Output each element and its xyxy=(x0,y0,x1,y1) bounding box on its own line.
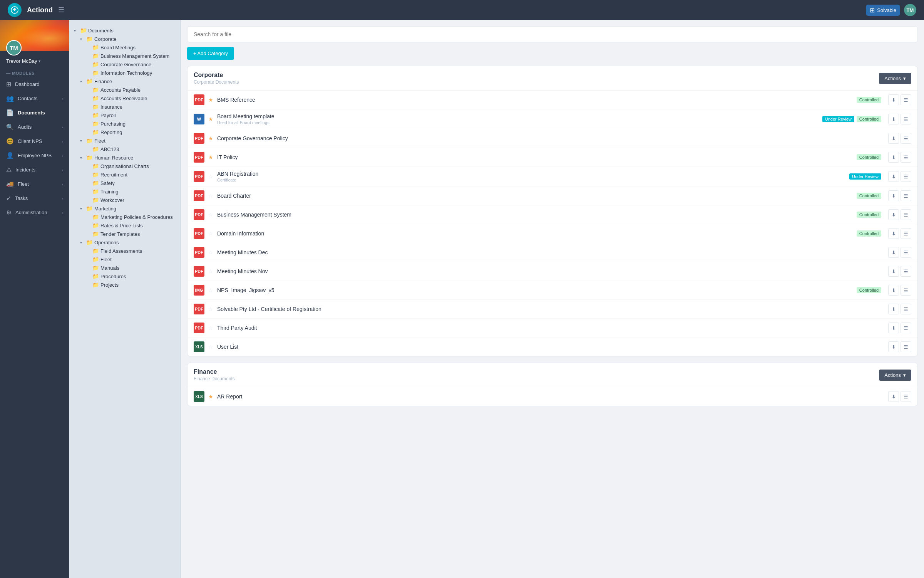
corporate-actions-button[interactable]: Actions ▾ xyxy=(879,73,911,84)
star-icon[interactable]: ★ xyxy=(208,116,213,122)
tree-node-payroll[interactable]: 📁 Payroll xyxy=(74,111,176,119)
download-button[interactable]: ⬇ xyxy=(888,228,899,239)
sidebar-item-administration[interactable]: ⚙ Administration › xyxy=(0,205,69,220)
download-button[interactable]: ⬇ xyxy=(888,266,899,277)
tree-node-purchasing[interactable]: 📁 Purchasing xyxy=(74,119,176,128)
tree-node-human-resource[interactable]: ▾ 📁 Human Resource xyxy=(74,153,176,162)
tree-node-safety[interactable]: 📁 Safety xyxy=(74,179,176,187)
sidebar-item-documents[interactable]: 📄 Documents xyxy=(0,106,69,120)
tree-node-tender-templates[interactable]: 📁 Tender Templates xyxy=(74,230,176,238)
tree-node-projects[interactable]: 📁 Projects xyxy=(74,281,176,289)
tree-node-abc123[interactable]: 📁 ABC123 xyxy=(74,145,176,153)
download-button[interactable]: ⬇ xyxy=(888,152,899,163)
add-category-button[interactable]: + Add Category xyxy=(187,47,234,60)
tree-node-fleet-ops[interactable]: 📁 Fleet xyxy=(74,255,176,264)
file-row: PDF ☆ Third Party Audit ⬇ ☰ xyxy=(187,319,917,338)
download-button[interactable]: ⬇ xyxy=(888,247,899,258)
sidebar-item-dashboard[interactable]: ⊞ Dashboard xyxy=(0,77,69,91)
menu-button[interactable]: ☰ xyxy=(901,304,911,314)
audits-arrow: › xyxy=(62,125,63,129)
star-icon[interactable]: ★ xyxy=(208,393,213,400)
star-icon[interactable]: ☆ xyxy=(208,193,213,199)
menu-button[interactable]: ☰ xyxy=(901,228,911,239)
tree-node-recruitment[interactable]: 📁 Recruitment xyxy=(74,170,176,179)
star-icon[interactable]: ☆ xyxy=(208,173,213,180)
sidebar-item-client-nps[interactable]: 😊 Client NPS › xyxy=(0,134,69,148)
tree-node-procedures[interactable]: 📁 Procedures xyxy=(74,272,176,281)
download-button[interactable]: ⬇ xyxy=(888,285,899,296)
download-button[interactable]: ⬇ xyxy=(888,209,899,220)
user-avatar-topnav[interactable]: TM xyxy=(904,4,916,16)
menu-button[interactable]: ☰ xyxy=(901,391,911,402)
menu-button[interactable]: ☰ xyxy=(901,209,911,220)
menu-button[interactable]: ☰ xyxy=(901,114,911,124)
tree-node-operations[interactable]: ▾ 📁 Operations xyxy=(74,238,176,247)
download-button[interactable]: ⬇ xyxy=(888,304,899,314)
download-button[interactable]: ⬇ xyxy=(888,190,899,201)
tree-node-bms[interactable]: 📁 Business Management System xyxy=(74,52,176,60)
star-icon[interactable]: ☆ xyxy=(208,249,213,255)
file-row: XLS ★ AR Report ⬇ ☰ xyxy=(187,387,917,406)
sidebar-item-tasks[interactable]: ✓ Tasks › xyxy=(0,191,69,205)
tree-node-insurance[interactable]: 📁 Insurance xyxy=(74,102,176,111)
fleet-arrow: › xyxy=(62,182,63,187)
menu-button[interactable]: ☰ xyxy=(901,94,911,105)
menu-button[interactable]: ☰ xyxy=(901,247,911,258)
tree-node-field-assessments[interactable]: 📁 Field Assessments xyxy=(74,247,176,255)
menu-button[interactable]: ☰ xyxy=(901,171,911,182)
pdf-icon: PDF xyxy=(194,209,204,220)
tree-node-board-meetings[interactable]: 📁 Board Meetings xyxy=(74,43,176,52)
menu-button[interactable]: ☰ xyxy=(901,323,911,333)
sidebar-item-audits[interactable]: 🔍 Audits › xyxy=(0,120,69,134)
tree-node-accounts-payable[interactable]: 📁 Accounts Payable xyxy=(74,86,176,94)
menu-button[interactable]: ☰ xyxy=(901,133,911,144)
download-button[interactable]: ⬇ xyxy=(888,114,899,124)
tree-node-manuals[interactable]: 📁 Manuals xyxy=(74,264,176,272)
star-icon[interactable]: ☆ xyxy=(208,325,213,331)
tree-node-documents[interactable]: ▾ 📁 Documents xyxy=(74,26,176,35)
tree-toggle-finance: ▾ xyxy=(80,79,85,84)
sidebar-item-employee-nps[interactable]: 👤 Employee NPS › xyxy=(0,148,69,163)
menu-button[interactable]: ☰ xyxy=(901,341,911,352)
star-icon[interactable]: ☆ xyxy=(208,287,213,293)
star-icon[interactable]: ☆ xyxy=(208,344,213,350)
search-input[interactable] xyxy=(194,31,911,37)
tree-node-accounts-receivable[interactable]: 📁 Accounts Receivable xyxy=(74,94,176,102)
tree-node-marketing-policies[interactable]: 📁 Marketing Policies & Procedures xyxy=(74,213,176,221)
star-icon[interactable]: ★ xyxy=(208,135,213,141)
download-button[interactable]: ⬇ xyxy=(888,391,899,402)
tree-node-training[interactable]: 📁 Training xyxy=(74,187,176,196)
star-icon[interactable]: ★ xyxy=(208,97,213,103)
tree-node-rates-price-lists[interactable]: 📁 Rates & Price Lists xyxy=(74,221,176,230)
tree-node-finance[interactable]: ▾ 📁 Finance xyxy=(74,77,176,86)
tree-node-marketing[interactable]: ▾ 📁 Marketing xyxy=(74,204,176,213)
tree-node-reporting[interactable]: 📁 Reporting xyxy=(74,128,176,136)
star-icon[interactable]: ☆ xyxy=(208,306,213,312)
menu-button[interactable]: ☰ xyxy=(901,190,911,201)
download-button[interactable]: ⬇ xyxy=(888,133,899,144)
download-button[interactable]: ⬇ xyxy=(888,323,899,333)
download-button[interactable]: ⬇ xyxy=(888,94,899,105)
tree-node-fleet[interactable]: ▾ 📁 Fleet xyxy=(74,136,176,145)
tree-node-workcover[interactable]: 📁 Workcover xyxy=(74,196,176,204)
download-button[interactable]: ⬇ xyxy=(888,341,899,352)
hamburger-button[interactable]: ☰ xyxy=(58,6,64,14)
tree-node-org-charts[interactable]: 📁 Organisational Charts xyxy=(74,162,176,170)
download-button[interactable]: ⬇ xyxy=(888,171,899,182)
sidebar-item-fleet[interactable]: 🚚 Fleet › xyxy=(0,177,69,191)
finance-actions-button[interactable]: Actions ▾ xyxy=(879,370,911,381)
menu-button[interactable]: ☰ xyxy=(901,152,911,163)
tree-node-corporate[interactable]: ▾ 📁 Corporate xyxy=(74,35,176,43)
star-icon[interactable]: ☆ xyxy=(208,230,213,237)
tree-node-corporate-governance[interactable]: 📁 Corporate Governance xyxy=(74,60,176,69)
menu-button[interactable]: ☰ xyxy=(901,285,911,296)
star-icon[interactable]: ☆ xyxy=(208,268,213,274)
star-icon[interactable]: ☆ xyxy=(208,212,213,218)
star-icon[interactable]: ★ xyxy=(208,154,213,160)
sidebar-username[interactable]: Trevor McBay ▾ xyxy=(6,58,40,64)
sidebar-item-contacts[interactable]: 👥 Contacts › xyxy=(0,91,69,106)
sidebar-item-incidents[interactable]: ⚠ Incidents › xyxy=(0,163,69,177)
svg-point-1 xyxy=(14,9,15,11)
menu-button[interactable]: ☰ xyxy=(901,266,911,277)
tree-node-information-technology[interactable]: 📁 Information Technology xyxy=(74,69,176,77)
